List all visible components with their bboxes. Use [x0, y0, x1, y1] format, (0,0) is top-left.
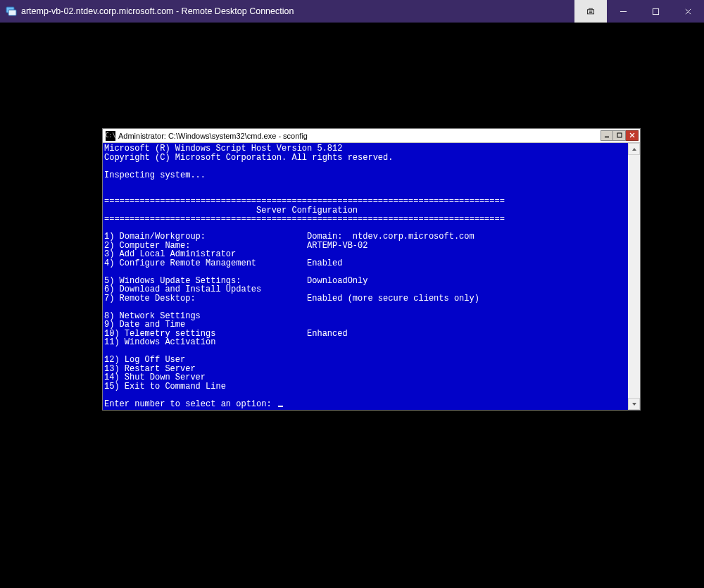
- cmd-minimize-button[interactable]: [601, 130, 613, 141]
- rdp-window-title: artemp-vb-02.ntdev.corp.microsoft.com - …: [21, 6, 294, 16]
- cmd-icon: C:\: [106, 131, 115, 141]
- cmd-window: C:\ Administrator: C:\Windows\system32\c…: [102, 128, 641, 411]
- svg-rect-2: [588, 10, 594, 14]
- scroll-up-button[interactable]: [628, 143, 640, 155]
- svg-rect-1: [8, 10, 16, 15]
- cursor: [278, 406, 283, 407]
- cmd-close-button[interactable]: [626, 130, 639, 141]
- svg-marker-14: [632, 403, 636, 406]
- separator-line: ========================================…: [104, 214, 505, 224]
- cmd-titlebar[interactable]: C:\ Administrator: C:\Windows\system32\c…: [103, 129, 640, 143]
- console-line: Inspecting system...: [104, 170, 206, 180]
- scroll-down-button[interactable]: [628, 398, 640, 410]
- menu-item: 15) Exit to Command Line: [104, 382, 226, 392]
- rdp-connection-bar-button[interactable]: [574, 0, 607, 23]
- scroll-track[interactable]: [628, 155, 640, 398]
- cmd-console-output[interactable]: Microsoft (R) Windows Script Host Versio…: [103, 143, 628, 410]
- cmd-window-title: Administrator: C:\Windows\system32\cmd.e…: [118, 132, 601, 140]
- cmd-scrollbar[interactable]: [628, 143, 640, 410]
- maximize-button[interactable]: [639, 0, 672, 23]
- prompt: Enter number to select an option:: [104, 399, 277, 409]
- svg-rect-10: [617, 133, 622, 137]
- rdp-icon: [6, 6, 17, 17]
- cmd-maximize-button[interactable]: [613, 130, 626, 141]
- menu-item: 4) Configure Remote Management Enabled: [104, 258, 342, 268]
- remote-desktop-area: C:\ Administrator: C:\Windows\system32\c…: [0, 23, 704, 588]
- console-line: Copyright (C) Microsoft Corporation. All…: [104, 153, 393, 163]
- menu-item: 7) Remote Desktop: Enabled (more secure …: [104, 294, 479, 304]
- close-button[interactable]: [672, 0, 704, 23]
- menu-item: 11) Windows Activation: [104, 337, 215, 347]
- minimize-button[interactable]: [607, 0, 639, 23]
- svg-marker-13: [632, 148, 636, 151]
- rdp-titlebar: artemp-vb-02.ntdev.corp.microsoft.com - …: [0, 0, 704, 23]
- svg-rect-6: [653, 8, 658, 14]
